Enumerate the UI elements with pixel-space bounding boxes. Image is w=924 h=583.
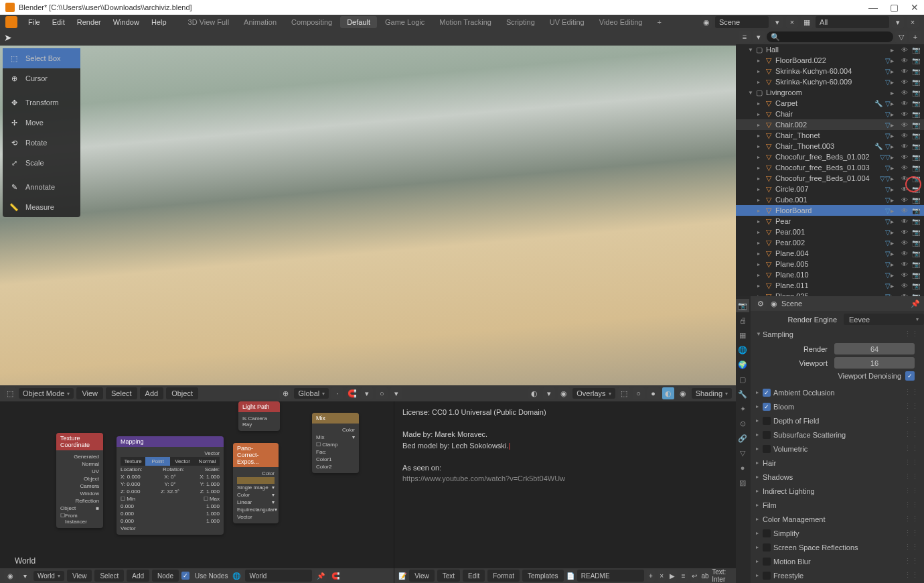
- disable-render-icon[interactable]: 📷: [912, 218, 921, 225]
- tool-annotate[interactable]: ✎Annotate: [3, 177, 80, 197]
- exclude-icon[interactable]: ▸: [891, 218, 900, 225]
- exclude-icon[interactable]: ▸: [891, 207, 900, 214]
- outliner-row[interactable]: ▸▽Chocofur_free_Beds_01.003▽ ▸ 👁 📷: [736, 162, 924, 173]
- panel-subsurface-scattering[interactable]: ▸Subsurface Scattering⋮⋮: [751, 428, 924, 441]
- expand-icon[interactable]: ▼: [748, 47, 755, 53]
- tool-move[interactable]: ✢Move: [3, 113, 80, 133]
- viewport-denoise-check[interactable]: ✓: [905, 371, 915, 381]
- hide-viewport-icon[interactable]: 👁: [901, 100, 911, 107]
- workspace-3dviewfull[interactable]: 3D View Full: [181, 16, 236, 28]
- disable-render-icon[interactable]: 📷: [912, 239, 921, 247]
- expand-icon[interactable]: ▸: [757, 197, 764, 203]
- exclude-icon[interactable]: ▸: [891, 282, 900, 289]
- disable-render-icon[interactable]: 📷: [912, 121, 921, 129]
- new-collection-icon[interactable]: +: [909, 31, 921, 43]
- expand-icon[interactable]: ▸: [757, 240, 764, 246]
- disable-render-icon[interactable]: 📷: [912, 196, 921, 204]
- pivot-icon[interactable]: ·: [331, 387, 343, 399]
- outliner-row[interactable]: ▼▢Hall ▸ 👁 📷: [736, 44, 924, 55]
- expand-icon[interactable]: ▸: [757, 251, 764, 257]
- gizmo-icon[interactable]: ◐: [528, 387, 540, 399]
- tool-rotate[interactable]: ⟲Rotate: [3, 133, 80, 153]
- hide-viewport-icon[interactable]: 👁: [901, 175, 911, 182]
- outliner-row[interactable]: ▸▽Chair▽ ▸ 👁 📷: [736, 109, 924, 119]
- tab-modifier-icon[interactable]: 🔧: [736, 387, 749, 401]
- node-mapping[interactable]: Mapping Vector Texture Point Vector Norm…: [117, 436, 224, 535]
- xray-icon[interactable]: ⬚: [618, 387, 630, 399]
- outliner-row[interactable]: ▸▽Pear.001▽ ▸ 👁 📷: [736, 226, 924, 237]
- disable-render-icon[interactable]: 📷: [912, 143, 921, 150]
- expand-icon[interactable]: ▸: [757, 79, 764, 85]
- panel-check[interactable]: ✓: [763, 403, 771, 411]
- panel-color-management[interactable]: ▸Color Management⋮⋮: [751, 513, 924, 525]
- panel-check[interactable]: [763, 558, 771, 566]
- hide-viewport-icon[interactable]: 👁: [901, 46, 911, 54]
- workspace-add[interactable]: +: [650, 16, 668, 28]
- scene-icon[interactable]: ◉: [700, 16, 712, 28]
- panel-ambient-occlusion[interactable]: ▸✓Ambient Occlusion⋮⋮: [751, 386, 924, 399]
- tool-measure[interactable]: 📏Measure: [3, 197, 80, 217]
- hide-viewport-icon[interactable]: 👁: [901, 186, 911, 193]
- tab-physics-icon[interactable]: ⊙: [736, 417, 749, 430]
- expand-icon[interactable]: ▸: [757, 229, 764, 235]
- disable-render-icon[interactable]: 📷: [912, 207, 921, 214]
- snap-type-icon[interactable]: ▾: [361, 387, 373, 399]
- workspace-compositing[interactable]: Compositing: [285, 16, 339, 28]
- exclude-icon[interactable]: ▸: [891, 239, 900, 247]
- scene-close-icon[interactable]: ×: [786, 16, 798, 28]
- expand-icon[interactable]: ▸: [757, 58, 764, 64]
- text-text-menu[interactable]: Text: [437, 570, 460, 582]
- outliner-row[interactable]: ▸▽Chair_Thonet.003🔧▽ ▸ 👁 📷: [736, 141, 924, 151]
- shader-type-icon[interactable]: ▾: [19, 570, 31, 582]
- hide-viewport-icon[interactable]: 👁: [901, 207, 911, 214]
- snap-icon[interactable]: 🧲: [346, 387, 358, 399]
- hide-viewport-icon[interactable]: 👁: [901, 250, 911, 257]
- viewlayer-browse-icon[interactable]: ▾: [892, 16, 904, 28]
- disable-render-icon[interactable]: 📷: [912, 78, 921, 86]
- menu-help[interactable]: Help: [146, 17, 172, 27]
- workspace-scripting[interactable]: Scripting: [499, 16, 542, 28]
- exclude-icon[interactable]: ▸: [891, 293, 900, 297]
- use-nodes-check[interactable]: ✓: [181, 572, 189, 580]
- orientation-icon[interactable]: ⊕: [279, 387, 291, 399]
- hide-viewport-icon[interactable]: 👁: [901, 111, 911, 118]
- exclude-icon[interactable]: ▸: [891, 164, 900, 172]
- text-templates-menu[interactable]: Templates: [522, 570, 564, 582]
- editor-type-text-icon[interactable]: 📝: [398, 570, 406, 582]
- expand-icon[interactable]: ▸: [757, 68, 764, 74]
- exclude-icon[interactable]: ▸: [891, 261, 900, 268]
- node-editor[interactable]: Texture Coordinate Generated Normal UV O…: [0, 401, 394, 583]
- wrap-icon[interactable]: ↩: [690, 570, 698, 582]
- expand-icon[interactable]: ▸: [757, 208, 764, 214]
- tab-object-icon[interactable]: ▢: [736, 373, 749, 386]
- panel-check[interactable]: [763, 543, 771, 552]
- maximize-button[interactable]: ▢: [890, 2, 899, 13]
- node-view-menu[interactable]: View: [67, 570, 92, 582]
- node-add-menu[interactable]: Add: [127, 570, 149, 582]
- samples-viewport[interactable]: 16: [834, 357, 915, 369]
- close-button[interactable]: ✕: [911, 2, 919, 13]
- disable-render-icon[interactable]: 📷: [912, 271, 921, 279]
- hide-viewport-icon[interactable]: 👁: [901, 78, 911, 86]
- overlays-dropdown[interactable]: Overlays ▾: [572, 388, 615, 399]
- disable-render-icon[interactable]: 📷: [912, 46, 921, 54]
- disable-render-icon[interactable]: 📷: [912, 293, 921, 297]
- outliner-row[interactable]: ▸▽FloorBoard.022▽ ▸ 👁 📷: [736, 55, 924, 66]
- hide-viewport-icon[interactable]: 👁: [901, 293, 911, 297]
- linenum-icon[interactable]: ≡: [680, 570, 688, 582]
- disable-render-icon[interactable]: 📷: [912, 111, 921, 118]
- expand-icon[interactable]: ▸: [757, 261, 764, 267]
- world-browse-icon[interactable]: 🌐: [230, 570, 242, 582]
- menu-window[interactable]: Window: [108, 17, 145, 27]
- exclude-icon[interactable]: ▸: [891, 153, 900, 161]
- properties-editor[interactable]: 📷 🖨 ▦ 🌐 🌍 ▢ 🔧 ✦ ⊙ 🔗 ▽ ● ▨ ⚙ ◉ Scene: [736, 296, 924, 583]
- panel-check[interactable]: [763, 529, 771, 537]
- exclude-icon[interactable]: ▸: [891, 175, 900, 182]
- expand-icon[interactable]: ▸: [757, 154, 764, 160]
- hide-viewport-icon[interactable]: 👁: [901, 164, 911, 172]
- panel-freestyle[interactable]: ▸Freestyle⋮⋮: [751, 569, 924, 582]
- disable-render-icon[interactable]: 📷: [912, 175, 921, 182]
- pin-icon[interactable]: 📌: [315, 570, 327, 582]
- hide-viewport-icon[interactable]: 👁: [901, 153, 911, 161]
- exclude-icon[interactable]: ▸: [891, 196, 900, 204]
